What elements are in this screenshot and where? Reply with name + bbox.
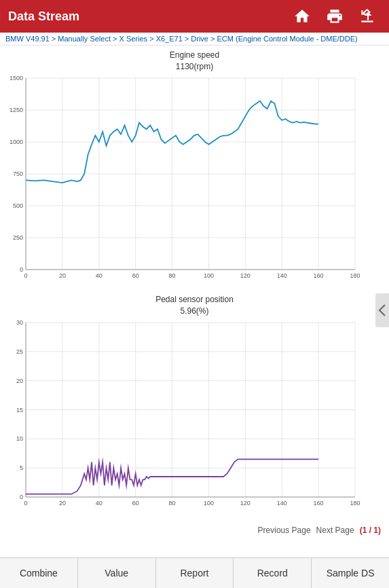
bottom-toolbar: Combine Value Report Record Sample DS [0, 557, 389, 588]
charts-area: Engine speed 1130(rpm) Pedal sensor posi… [0, 45, 389, 545]
previous-page[interactable]: Previous Page [258, 526, 311, 535]
app-header: Data Stream [0, 0, 389, 33]
chart2-title: Pedal sensor position 5.96(%) [0, 290, 389, 317]
value-button[interactable]: Value [78, 558, 156, 588]
collapse-button[interactable] [375, 293, 389, 327]
sample-ds-button[interactable]: Sample DS [312, 558, 389, 588]
print-button[interactable] [321, 4, 348, 29]
header-actions [289, 4, 381, 29]
export-button[interactable] [354, 4, 381, 29]
page-indicator: (1 / 1) [360, 526, 381, 535]
combine-button[interactable]: Combine [0, 558, 78, 588]
pagination: Previous Page Next Page (1 / 1) [0, 521, 389, 540]
home-button[interactable] [289, 4, 316, 29]
engine-speed-chart: Engine speed 1130(rpm) [0, 45, 389, 290]
report-button[interactable]: Report [156, 558, 234, 588]
next-page[interactable]: Next Page [316, 526, 354, 535]
chart1-title: Engine speed 1130(rpm) [0, 45, 389, 73]
record-button[interactable]: Record [234, 558, 312, 588]
breadcrumb: BMW V49.91 > Manually Select > X Series … [0, 33, 389, 45]
app-title: Data Stream [8, 10, 289, 24]
pedal-sensor-chart: Pedal sensor position 5.96(%) [0, 290, 389, 521]
